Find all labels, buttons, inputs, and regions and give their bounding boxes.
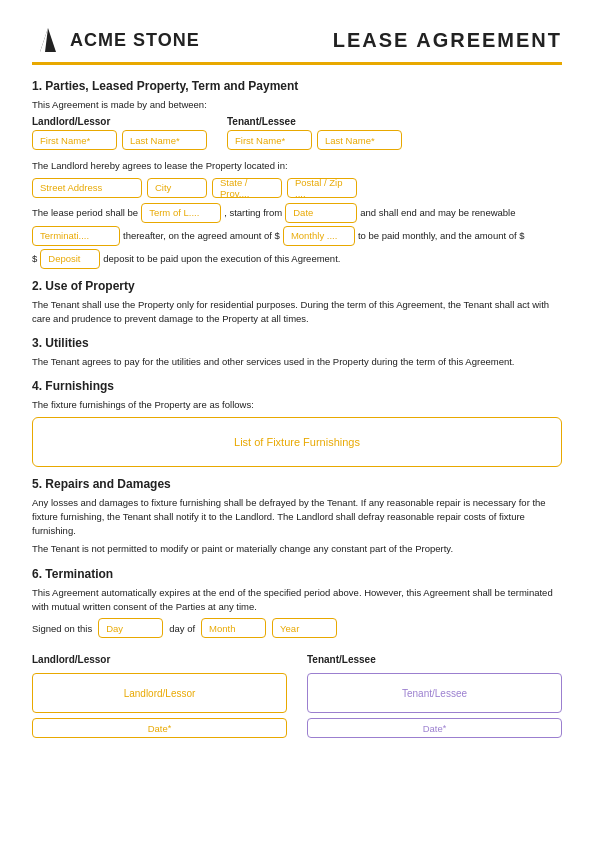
landlord-label: Landlord/Lessor (32, 116, 207, 127)
lease-terms-row: The lease period shall be Term of L.... … (32, 203, 562, 223)
lease-text6: deposit to be paid upon the execution of… (103, 249, 340, 268)
signature-section: Landlord/Lessor Landlord/Lessor Date * T… (32, 654, 562, 738)
lease-text2: , starting from (224, 203, 282, 222)
landlord-fields: First Name Last Name (32, 130, 207, 150)
landlord-date-field: Date * (32, 718, 287, 738)
tenant-sig-label: Tenant/Lessee (307, 654, 562, 665)
section-1-intro: This Agreement is made by and between: (32, 98, 562, 112)
parties-row: Landlord/Lessor First Name Last Name Ten… (32, 116, 562, 155)
logo-text: ACME STONE (70, 30, 200, 51)
section-5-text2: The Tenant is not permitted to modify or… (32, 542, 562, 556)
landlord-date-star: * (168, 723, 172, 733)
landlord-first-name[interactable]: First Name (32, 130, 117, 150)
landlord-date-text[interactable]: Date (148, 723, 168, 734)
section-6-text: This Agreement automatically expires at … (32, 586, 562, 615)
section-2-text: The Tenant shall use the Property only f… (32, 298, 562, 327)
section-6: 6. Termination This Agreement automatica… (32, 567, 562, 615)
section-5-text1: Any losses and damages to fixture furnis… (32, 496, 562, 539)
landlord-sig-col: Landlord/Lessor Landlord/Lessor Date * (32, 654, 287, 738)
header-divider (32, 62, 562, 65)
lease-terms-row2: Terminati.... thereafter, on the agreed … (32, 226, 562, 246)
section-4-text: The fixture furnishings of the Property … (32, 398, 562, 412)
section-6-title: 6. Termination (32, 567, 562, 581)
landlord-signature-field[interactable]: Landlord/Lessor (32, 673, 287, 713)
tenant-sig-col: Tenant/Lessee Tenant/Lessee Date * (307, 654, 562, 738)
dollar-sign: $ (32, 249, 37, 268)
fixture-furnishings[interactable]: List of Fixture Furnishings (32, 417, 562, 467)
term-of-lease[interactable]: Term of L.... (141, 203, 221, 223)
sign-month[interactable]: Month (201, 618, 266, 638)
termination-date[interactable]: Terminati.... (32, 226, 120, 246)
zip[interactable]: Postal / Zip .... (287, 178, 357, 198)
lease-text3: and shall end and may be renewable (360, 203, 515, 222)
section-1: 1. Parties, Leased Property, Term and Pa… (32, 79, 562, 269)
signed-text1: Signed on this (32, 623, 92, 634)
landlord-sig-label: Landlord/Lessor (32, 654, 287, 665)
tenant-fields: First Name Last Name (227, 130, 402, 150)
address-fields: Street Address City State / Prov.... Pos… (32, 178, 562, 198)
logo: ACME STONE (32, 24, 200, 56)
section-3: 3. Utilities The Tenant agrees to pay fo… (32, 336, 562, 369)
tenant-col: Tenant/Lessee First Name Last Name (227, 116, 402, 155)
tenant-date-text[interactable]: Date (423, 723, 443, 734)
tenant-last-name[interactable]: Last Name (317, 130, 402, 150)
lease-text1: The lease period shall be (32, 203, 138, 222)
section-2: 2. Use of Property The Tenant shall use … (32, 279, 562, 327)
street-address[interactable]: Street Address (32, 178, 142, 198)
monthly-amount[interactable]: Monthly .... (283, 226, 355, 246)
sign-year[interactable]: Year (272, 618, 337, 638)
section-4: 4. Furnishings The fixture furnishings o… (32, 379, 562, 466)
lease-terms-row3: $ Deposit deposit to be paid upon the ex… (32, 249, 562, 269)
section-5-title: 5. Repairs and Damages (32, 477, 562, 491)
start-date[interactable]: Date (285, 203, 357, 223)
logo-icon (32, 24, 64, 56)
signed-text2: day of (169, 623, 195, 634)
landlord-col: Landlord/Lessor First Name Last Name (32, 116, 207, 155)
doc-title: LEASE AGREEMENT (333, 29, 562, 52)
section-4-title: 4. Furnishings (32, 379, 562, 393)
deposit-amount[interactable]: Deposit (40, 249, 100, 269)
section-3-text: The Tenant agrees to pay for the utiliti… (32, 355, 562, 369)
tenant-date-star: * (443, 723, 447, 733)
lease-text4: thereafter, on the agreed amount of $ (123, 226, 280, 245)
section-1-title: 1. Parties, Leased Property, Term and Pa… (32, 79, 562, 93)
tenant-label: Tenant/Lessee (227, 116, 402, 127)
sign-day[interactable]: Day (98, 618, 163, 638)
sign-date-row: Signed on this Day day of Month Year (32, 618, 562, 638)
header: ACME STONE LEASE AGREEMENT (32, 24, 562, 56)
landlord-last-name[interactable]: Last Name (122, 130, 207, 150)
section-5: 5. Repairs and Damages Any losses and da… (32, 477, 562, 557)
tenant-signature-field[interactable]: Tenant/Lessee (307, 673, 562, 713)
section-3-title: 3. Utilities (32, 336, 562, 350)
tenant-first-name[interactable]: First Name (227, 130, 312, 150)
city[interactable]: City (147, 178, 207, 198)
state[interactable]: State / Prov.... (212, 178, 282, 198)
tenant-date-field: Date * (307, 718, 562, 738)
section-2-title: 2. Use of Property (32, 279, 562, 293)
address-label: The Landlord hereby agrees to lease the … (32, 159, 562, 173)
lease-text5: to be paid monthly, and the amount of $ (358, 226, 525, 245)
